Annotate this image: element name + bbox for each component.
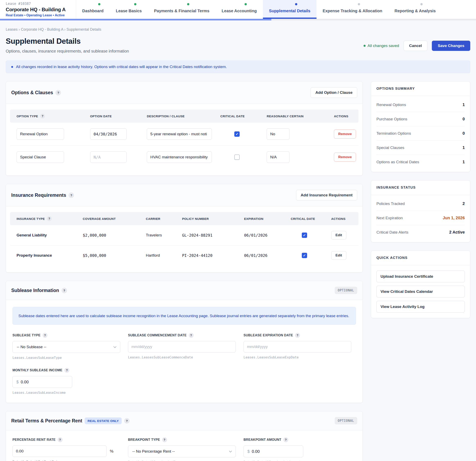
field-mapping-helper: Leases.LeasesSubLeaseExpDate bbox=[244, 355, 351, 359]
wizard-tabs: Dashboard Lease Basics Payments & Financ… bbox=[76, 0, 476, 19]
sublease-commence-input[interactable] bbox=[128, 341, 236, 352]
critical-date-checkbox[interactable]: ✓ bbox=[302, 233, 307, 238]
breadcrumb[interactable]: Leases › Corporate HQ - Building A › Sup… bbox=[6, 27, 470, 32]
save-bar: All changes saved Cancel Save Changes bbox=[364, 41, 470, 51]
activity-history-banner: All changes recorded in lease activity h… bbox=[6, 60, 470, 73]
col-expiration: EXPIRATION bbox=[238, 213, 284, 225]
edit-insurance-button[interactable]: Edit bbox=[331, 231, 346, 240]
sublease-type-select[interactable]: -- No Sublease -- bbox=[12, 341, 120, 353]
breakpoint-type-select[interactable]: -- No Percentage Rent -- bbox=[128, 445, 236, 457]
tab-reporting-analysis[interactable]: Reporting & Analysis bbox=[388, 0, 442, 19]
add-insurance-button[interactable]: Add Insurance Requirement bbox=[296, 190, 357, 201]
help-icon[interactable]: ? bbox=[42, 333, 47, 338]
reasonably-certain-input[interactable] bbox=[267, 128, 289, 140]
sublease-commence-label: SUBLEASE COMMENCEMENT DATE bbox=[128, 334, 187, 337]
sublease-income-input[interactable]: $ 0.00 bbox=[12, 376, 72, 388]
tab-dashboard[interactable]: Dashboard bbox=[76, 0, 110, 19]
cancel-button[interactable]: Cancel bbox=[404, 41, 427, 51]
wizard-progress-fill bbox=[0, 19, 271, 20]
col-insurance-type: INSURANCE TYPE bbox=[17, 217, 45, 220]
option-description-input[interactable] bbox=[147, 151, 212, 163]
quick-actions-card: QUICK ACTIONS Upload Insurance Certifica… bbox=[371, 251, 470, 318]
next-expiration-value: Jun 1, 2026 bbox=[443, 216, 465, 220]
option-date-input[interactable] bbox=[90, 128, 127, 140]
insurance-table: INSURANCE TYPE? COVERAGE AMOUNT CARRIER … bbox=[10, 212, 358, 265]
retail-header: Retail Terms & Percentage Rent REAL ESTA… bbox=[6, 411, 363, 430]
edit-insurance-button[interactable]: Edit bbox=[331, 251, 346, 260]
tab-supplemental-details[interactable]: Supplemental Details bbox=[263, 0, 316, 19]
status-row: Critical Date Alerts2 Active bbox=[376, 225, 465, 239]
remove-option-button[interactable]: Remove bbox=[334, 153, 356, 162]
title-row: Supplemental Details Options, clauses, i… bbox=[6, 37, 470, 54]
percentage-rent-rate-input[interactable] bbox=[12, 445, 107, 457]
breakpoint-amount-label: BREAKPOINT AMOUNT bbox=[244, 438, 281, 442]
remove-option-button[interactable]: Remove bbox=[334, 130, 356, 139]
sublease-expire-input[interactable] bbox=[244, 341, 351, 352]
optional-badge: OPTIONAL bbox=[335, 287, 357, 294]
options-summary-title: OPTIONS SUMMARY bbox=[371, 82, 470, 96]
insurance-status-title: INSURANCE STATUS bbox=[371, 180, 470, 195]
options-table-head: OPTION TYPE? OPTION DATE DESCRIPTION / C… bbox=[10, 109, 358, 123]
coverage-amount: $5,000,000 bbox=[76, 247, 139, 263]
reasonably-certain-input[interactable] bbox=[267, 151, 289, 163]
options-clauses-header: Options & Clauses ? Add Option / Clause bbox=[6, 82, 363, 104]
help-icon[interactable]: ? bbox=[61, 288, 67, 293]
breakpoint-type-field: BREAKPOINT TYPE? -- No Percentage Rent -… bbox=[128, 437, 236, 461]
option-row: ✓ Remove bbox=[10, 145, 358, 168]
add-option-clause-button[interactable]: Add Option / Clause bbox=[311, 87, 357, 98]
options-clauses-table: OPTION TYPE? OPTION DATE DESCRIPTION / C… bbox=[10, 109, 358, 168]
option-description-input[interactable] bbox=[147, 128, 212, 140]
breakpoint-amount-input[interactable]: $ 0.00 bbox=[244, 445, 303, 457]
help-icon[interactable]: ? bbox=[295, 333, 300, 338]
col-actions: ACTIONS bbox=[327, 110, 358, 122]
tab-payments-financial-terms[interactable]: Payments & Financial Terms bbox=[148, 0, 215, 19]
status-row: Policies Tracked2 bbox=[376, 197, 465, 211]
carrier: Hartford bbox=[139, 247, 175, 263]
real-estate-only-badge: REAL ESTATE ONLY bbox=[85, 418, 122, 424]
quick-actions-title: QUICK ACTIONS bbox=[371, 251, 470, 265]
rate-label: PERCENTAGE RENT RATE bbox=[12, 438, 56, 442]
tab-expense-tracking-allocation[interactable]: Expense Tracking & Allocation bbox=[316, 0, 389, 19]
help-icon[interactable]: ? bbox=[64, 368, 69, 373]
help-icon[interactable]: ? bbox=[124, 418, 130, 424]
option-type-input[interactable] bbox=[17, 151, 64, 163]
summary-row: Termination Options0 bbox=[376, 126, 465, 140]
insurance-requirements-card: Insurance Requirements ? Add Insurance R… bbox=[6, 184, 363, 273]
tab-lease-basics[interactable]: Lease Basics bbox=[110, 0, 148, 19]
option-type-input[interactable] bbox=[17, 128, 64, 140]
critical-date-checkbox[interactable]: ✓ bbox=[234, 131, 240, 137]
view-critical-dates-calendar-button[interactable]: View Critical Dates Calendar bbox=[376, 286, 465, 298]
page-content: Leases › Corporate HQ - Building A › Sup… bbox=[0, 20, 476, 461]
help-icon[interactable]: ? bbox=[189, 333, 194, 338]
options-summary-card: OPTIONS SUMMARY Renewal Options1 Purchas… bbox=[371, 81, 470, 172]
help-icon[interactable]: ? bbox=[68, 193, 74, 198]
insurance-row: General Liability $2,000,000 Travelers G… bbox=[10, 225, 358, 245]
retail-title: Retail Terms & Percentage Rent bbox=[11, 418, 82, 424]
upload-insurance-certificate-button[interactable]: Upload Insurance Certificate bbox=[376, 270, 465, 282]
retail-terms-card: Retail Terms & Percentage Rent REAL ESTA… bbox=[6, 411, 363, 461]
view-lease-activity-log-button[interactable]: View Lease Activity Log bbox=[376, 301, 465, 313]
help-icon[interactable]: ? bbox=[162, 437, 167, 442]
critical-date-checkbox[interactable]: ✓ bbox=[302, 253, 307, 258]
col-coverage-amount: COVERAGE AMOUNT bbox=[76, 213, 139, 225]
save-changes-button[interactable]: Save Changes bbox=[432, 41, 470, 51]
breakpoint-amount-field: BREAKPOINT AMOUNT? $ 0.00 Retail.RetailB… bbox=[244, 437, 351, 461]
sublease-header: Sublease Information ? OPTIONAL bbox=[6, 281, 363, 300]
help-icon[interactable]: ? bbox=[40, 114, 45, 118]
summary-row: Options as Critical Dates1 bbox=[376, 155, 465, 169]
help-icon[interactable]: ? bbox=[283, 437, 288, 442]
option-date-input[interactable] bbox=[90, 151, 127, 163]
insurance-row: Property Insurance $5,000,000 Hartford P… bbox=[10, 245, 358, 265]
help-icon[interactable]: ? bbox=[58, 437, 63, 442]
critical-date-checkbox[interactable]: ✓ bbox=[234, 154, 240, 160]
help-icon[interactable]: ? bbox=[47, 216, 52, 221]
tab-status-dot bbox=[358, 3, 360, 5]
lease-meta: Real Estate • Operating Lease • Active bbox=[6, 14, 70, 17]
help-icon[interactable]: ? bbox=[55, 90, 61, 95]
tab-lease-accounting[interactable]: Lease Accounting bbox=[215, 0, 263, 19]
field-mapping-helper: Retail.RetailPctRentRate bbox=[12, 460, 120, 461]
sublease-income-field: MONTHLY SUBLEASE INCOME? $ 0.00 Leases.L… bbox=[12, 368, 356, 394]
sidebar: OPTIONS SUMMARY Renewal Options1 Purchas… bbox=[371, 81, 470, 326]
summary-row: Special Clauses1 bbox=[376, 140, 465, 155]
sublease-commence-field: SUBLEASE COMMENCEMENT DATE? Leases.Lease… bbox=[128, 333, 236, 360]
